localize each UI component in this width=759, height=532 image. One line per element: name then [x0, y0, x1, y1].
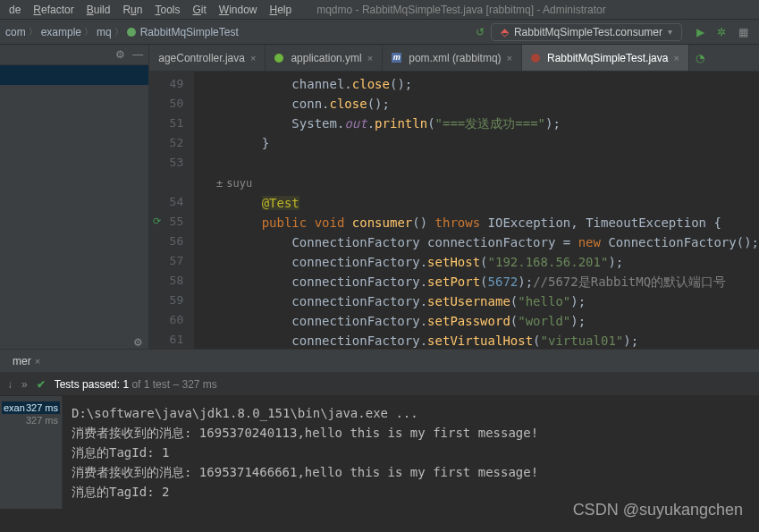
editor-area: ⚙ — ⚙ ageController.java× application.ym… [0, 45, 759, 349]
menubar: de Refactor Build Run Tools Git Window H… [0, 0, 759, 20]
chevron-down-icon: ▾ [668, 27, 672, 37]
build-icon[interactable]: ↺ [473, 25, 487, 39]
java-icon [531, 54, 540, 63]
maven-icon: m [392, 53, 401, 63]
menu-item[interactable]: Git [187, 2, 211, 18]
menu-item[interactable]: Window [214, 2, 263, 18]
close-icon[interactable]: × [367, 53, 373, 63]
menu-item[interactable]: de [4, 2, 26, 18]
code-area[interactable]: 4950515253 54⟳5556575859606162 channel.c… [149, 72, 759, 349]
test-tree[interactable]: exan327 ms 327 ms [0, 396, 63, 509]
spring-icon [274, 54, 283, 63]
run-tab[interactable]: mer× [5, 353, 47, 369]
project-pane[interactable]: ⚙ — ⚙ [0, 45, 149, 349]
test-node[interactable]: 327 ms [2, 414, 60, 426]
more-icon[interactable]: » [21, 378, 28, 391]
toolbar: com〉 example〉 mq〉 RabbitMqSimpleTest ↺ ⬘… [0, 20, 759, 45]
menu-item[interactable]: Help [265, 2, 298, 18]
breadcrumb: com〉 example〉 mq〉 RabbitMqSimpleTest [5, 26, 239, 38]
project-selection[interactable] [0, 65, 148, 85]
crumb[interactable]: com〉 [5, 26, 38, 38]
crumb[interactable]: RabbitMqSimpleTest [127, 26, 239, 38]
menu-item[interactable]: Tools [149, 2, 185, 18]
code-pane[interactable]: channel.close(); conn.close(); System.ou… [194, 72, 759, 349]
test-status-bar: ↓ » ✔ Tests passed: 1 of 1 test – 327 ms [0, 373, 759, 396]
editor: ageController.java× application.yml× m p… [149, 45, 759, 349]
gear-icon[interactable]: ⚙ [133, 336, 143, 349]
class-icon [127, 28, 136, 37]
collapse-icon[interactable]: — [132, 48, 143, 61]
window-title: mqdmo - RabbitMqSimpleTest.java [rabbitm… [299, 4, 755, 16]
watermark: CSDN @suyukangchen [573, 501, 743, 519]
editor-tabs: ageController.java× application.yml× m p… [149, 45, 759, 72]
run-config-dropdown[interactable]: ⬘ RabbitMqSimpleTest.consumer ▾ [491, 23, 682, 41]
run-button[interactable]: ▶ [693, 25, 707, 39]
close-icon[interactable]: × [673, 53, 679, 63]
check-icon: ✔ [37, 378, 46, 391]
editor-tab[interactable]: m pom.xml (rabbitmq)× [383, 45, 522, 71]
menu-item[interactable]: Refactor [28, 2, 79, 18]
editor-tab[interactable]: ageController.java× [149, 45, 266, 71]
debug-button[interactable]: ✲ [714, 25, 729, 39]
editor-tab[interactable]: RabbitMqSimpleTest.java× [522, 45, 689, 71]
close-icon[interactable]: × [507, 53, 512, 63]
menu-item[interactable]: Build [81, 2, 116, 18]
run-panel-tabs: mer× [0, 350, 759, 373]
close-icon[interactable]: × [35, 356, 40, 367]
gear-icon[interactable]: ⚙ [115, 48, 125, 61]
crumb[interactable]: mq〉 [97, 26, 123, 38]
editor-tab[interactable]: application.yml× [266, 45, 383, 71]
menu-item[interactable]: Run [117, 2, 148, 18]
close-icon[interactable]: × [250, 53, 256, 63]
crumb[interactable]: example〉 [41, 26, 93, 38]
console-output[interactable]: D:\software\java\jdk1.8.0_151\bin\java.e… [63, 396, 759, 509]
run-panel: mer× ↓ » ✔ Tests passed: 1 of 1 test – 3… [0, 349, 759, 509]
test-node[interactable]: exan327 ms [2, 401, 60, 414]
expand-down-icon[interactable]: ↓ [7, 378, 13, 391]
more-icon[interactable]: ◔ [693, 51, 707, 65]
run-icon: ⬘ [501, 26, 509, 38]
coverage-button[interactable]: ▦ [736, 25, 750, 39]
line-gutter: 4950515253 54⟳5556575859606162 [149, 72, 194, 349]
